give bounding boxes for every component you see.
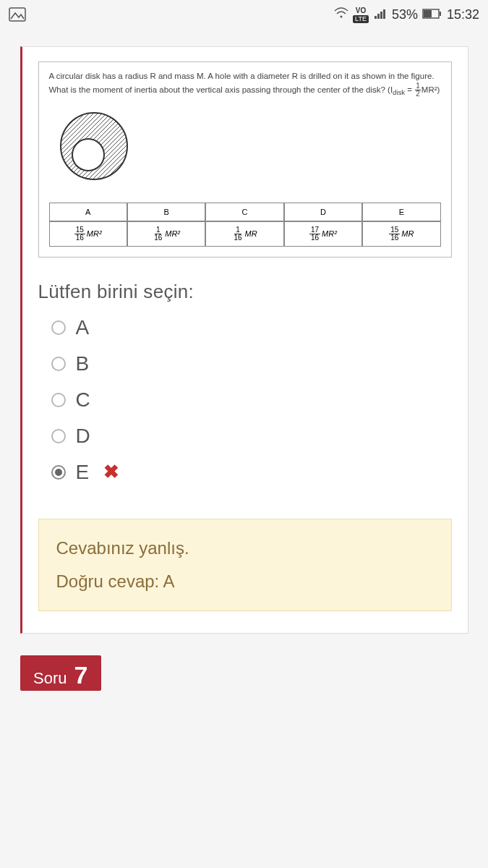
option-cell-c: 116MR	[205, 221, 283, 247]
clock-time: 15:32	[447, 7, 479, 22]
option-header-a: A	[49, 203, 127, 221]
svg-rect-7	[424, 10, 432, 17]
wrong-icon: ✖	[103, 461, 119, 483]
next-question-label: Soru	[33, 669, 67, 687]
next-question-number: 7	[74, 661, 88, 689]
option-cell-a: 1516MR²	[49, 221, 127, 247]
radio-d[interactable]	[51, 429, 66, 443]
battery-icon	[422, 7, 441, 22]
choice-e[interactable]: E ✖	[51, 461, 452, 484]
volte-icon: VO LTE	[353, 7, 369, 23]
question-text: A circular disk has a radius R and mass …	[49, 69, 441, 98]
radio-e[interactable]	[51, 465, 66, 480]
feedback-box: Cevabınız yanlış. Doğru cevap: A	[38, 519, 452, 611]
feedback-wrong: Cevabınız yanlış.	[56, 538, 434, 558]
option-cell-b: 116MR²	[127, 221, 205, 247]
radio-a[interactable]	[51, 320, 66, 335]
wifi-icon	[334, 7, 348, 22]
status-bar: VO LTE 53% 15:32	[0, 0, 488, 29]
choice-label-a: A	[76, 316, 90, 339]
option-cell-d: 1716MR²	[284, 221, 362, 247]
svg-point-13	[72, 139, 104, 171]
choice-label-e: E	[76, 461, 90, 484]
signal-icon	[373, 7, 388, 22]
choice-label-b: B	[76, 352, 90, 375]
options-table: A B C D E 1516MR² 116MR² 116MR 1716MR² 1…	[49, 203, 441, 247]
svg-rect-2	[374, 16, 377, 19]
option-header-e: E	[362, 203, 440, 221]
option-cell-e: 1516MR	[362, 221, 440, 247]
svg-rect-0	[9, 8, 25, 21]
choice-label-c: C	[76, 388, 90, 412]
svg-rect-5	[383, 9, 385, 19]
choice-c[interactable]: C	[51, 388, 452, 412]
choice-b[interactable]: B	[51, 352, 452, 375]
radio-b[interactable]	[51, 357, 66, 371]
svg-rect-3	[377, 14, 380, 19]
gallery-icon	[9, 7, 26, 22]
choice-a[interactable]: A	[51, 316, 452, 339]
next-question-button[interactable]: Soru 7	[20, 655, 101, 691]
option-header-b: B	[127, 203, 205, 221]
option-header-d: D	[284, 203, 362, 221]
feedback-correct: Doğru cevap: A	[56, 571, 434, 592]
choice-list: A B C D E ✖	[38, 316, 452, 484]
question-card: A circular disk has a radius R and mass …	[20, 46, 468, 634]
question-content: A circular disk has a radius R and mass …	[38, 61, 452, 258]
option-header-c: C	[205, 203, 283, 221]
choice-label-d: D	[76, 425, 90, 448]
choice-d[interactable]: D	[51, 425, 452, 448]
choose-one-label: Lütfen birini seçin:	[38, 281, 452, 303]
disk-figure	[58, 110, 441, 185]
battery-percent: 53%	[392, 7, 418, 22]
radio-c[interactable]	[51, 393, 66, 407]
svg-point-1	[341, 15, 343, 17]
svg-rect-4	[380, 12, 382, 19]
svg-rect-8	[440, 12, 441, 16]
